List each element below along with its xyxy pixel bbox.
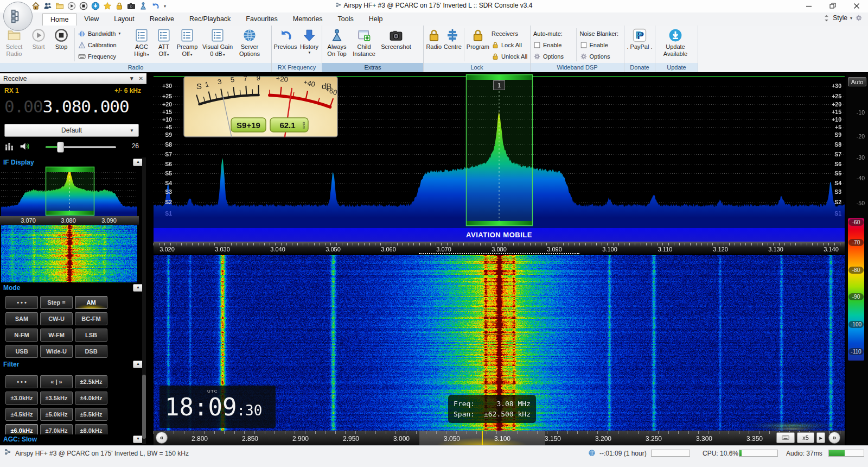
filter-button-2.5khz[interactable]: ±2.5kHz (75, 375, 107, 388)
mode-button-step[interactable]: Step ≡ (40, 296, 73, 309)
noise-blanker-options-button[interactable]: Options (579, 51, 622, 62)
zoom-button[interactable]: x5 (797, 432, 814, 443)
play-icon[interactable] (67, 2, 76, 10)
frequency-display[interactable]: RX 1 +/- 6 kHz 0.003.080.000 (0, 85, 146, 123)
waterfall-palette-bar[interactable]: -60-70-80-90-100-110 (848, 218, 864, 361)
gear-icon[interactable] (855, 14, 863, 22)
filter-button-3.0khz[interactable]: ±3.0kHz (5, 392, 38, 405)
menu-tab-memories[interactable]: Memories (285, 13, 330, 25)
if-spectrum[interactable] (1, 166, 137, 216)
if-waterfall[interactable] (1, 225, 137, 282)
server-options-button[interactable]: ServerOptions (235, 27, 264, 63)
automute-options-button[interactable]: Options (532, 51, 574, 62)
filter-button-4.5khz[interactable]: ±4.5kHz (5, 408, 38, 421)
noise-blanker-enable-checkbox[interactable]: Enable (579, 40, 622, 51)
mixer-icon[interactable] (4, 141, 15, 154)
frequency-button[interactable]: Frequency (77, 51, 129, 62)
update-available-button[interactable]: UpdateAvailable (657, 27, 694, 63)
automute-enable-checkbox[interactable]: Enable (532, 40, 574, 51)
mode-button-cwu[interactable]: CW-U (40, 312, 73, 325)
close-button[interactable] (848, 1, 865, 11)
menu-tab-view[interactable]: View (76, 13, 106, 25)
preamp-button[interactable]: PreampOff▾ (175, 27, 200, 63)
auto-range-button[interactable]: Auto (848, 77, 866, 86)
minimize-button[interactable] (801, 1, 817, 11)
menu-tab-favourites[interactable]: Favourites (238, 13, 285, 25)
lock-all-button[interactable]: Lock All (490, 40, 528, 51)
lock-icon[interactable] (115, 2, 124, 10)
band-plan-bar[interactable]: AVIATION MOBILE (154, 228, 845, 242)
menu-tab-tools[interactable]: Tools (330, 13, 361, 25)
mode-header[interactable]: Mode ▲ (0, 283, 146, 293)
lock-centre-button[interactable]: Centre (444, 27, 462, 63)
mode-button-wideu[interactable]: Wide-U (40, 345, 73, 358)
frequency-navigator[interactable]: 2.8002.8502.9002.9503.0003.0503.1003.150… (154, 431, 845, 445)
scroll-right-button[interactable]: » (828, 432, 840, 444)
style-dropdown-caret[interactable]: ▾ (850, 16, 852, 21)
filter-button-[interactable]: • • • (5, 375, 38, 388)
agc-header[interactable]: AGC: Slow ▼ (0, 434, 146, 444)
users-icon[interactable] (43, 2, 52, 10)
style-label[interactable]: Style (833, 14, 847, 22)
mode-button-sam[interactable]: SAM (5, 312, 38, 325)
unlock-all-button[interactable]: Unlock All (490, 51, 528, 62)
record-icon[interactable] (79, 2, 88, 10)
volume-slider-thumb[interactable] (57, 142, 64, 153)
qat-overflow-caret[interactable]: ▾ (164, 4, 166, 9)
scrollbar-thumb[interactable] (142, 375, 146, 439)
scroll-left-button[interactable]: « (156, 432, 168, 444)
mode-button-usb[interactable]: USB (5, 345, 38, 358)
filter-header[interactable]: Filter ▲ (0, 359, 146, 369)
calibration-button[interactable]: Calibration (77, 40, 129, 51)
menu-tab-layout[interactable]: Layout (106, 13, 142, 25)
download-icon[interactable] (91, 2, 100, 10)
screenshot-button[interactable]: Screenshot (378, 27, 414, 63)
mode-button-bcfm[interactable]: BC-FM (75, 312, 107, 325)
main-frequency-axis[interactable]: 3.0203.0303.0403.0503.0603.0703.0803.090… (154, 242, 845, 254)
agc-button[interactable]: AGCHigh▾ (130, 27, 153, 63)
receive-panel-header[interactable]: Receive ▼ ✕ (0, 73, 146, 84)
filter-button-5.5khz[interactable]: ±5.5kHz (75, 408, 107, 421)
lock-radio-button[interactable]: Radio (425, 27, 443, 63)
mode-button-lsb[interactable]: LSB (75, 329, 107, 342)
remote-icon[interactable] (139, 2, 148, 10)
filter-button-4.0khz[interactable]: ±4.0kHz (75, 392, 107, 405)
home-icon[interactable] (31, 2, 40, 10)
history-button[interactable]: History▾ (298, 27, 320, 63)
style-switch-icon[interactable] (823, 15, 830, 22)
mode-button-dsb[interactable]: DSB (75, 345, 107, 358)
menu-tab-rec-playback[interactable]: Rec/Playback (182, 13, 238, 25)
child-instance-button[interactable]: ChildInstance (351, 27, 377, 63)
menu-tab-help[interactable]: Help (361, 13, 391, 25)
filter-button-[interactable]: « | » (40, 375, 73, 388)
previous-button[interactable]: Previous (273, 27, 297, 63)
undo-icon[interactable] (151, 2, 159, 10)
stop-button[interactable]: Stop (50, 27, 72, 63)
att-button[interactable]: ATTOff▾ (154, 27, 174, 63)
left-panel-scrollbar[interactable] (142, 157, 146, 444)
paypal-button[interactable]: PP. PayPal . (626, 27, 653, 63)
application-menu-button[interactable] (3, 2, 33, 31)
mode-button-am[interactable]: AM (75, 296, 107, 309)
mode-button-wfm[interactable]: W-FM (40, 329, 73, 342)
start-button[interactable]: Start (28, 27, 49, 63)
speaker-icon[interactable] (20, 141, 30, 154)
lock-program-button[interactable]: Program (467, 27, 489, 63)
menu-tab-home[interactable]: Home (42, 13, 76, 26)
filter-button-3.5khz[interactable]: ±3.5kHz (40, 392, 73, 405)
visual-gain-button[interactable]: Visual Gain0 dB▾ (201, 27, 234, 63)
open-folder-icon[interactable] (55, 2, 64, 10)
screenshot-icon[interactable] (127, 2, 136, 10)
panel-close-icon[interactable]: ✕ (139, 75, 143, 81)
mode-button-nfm[interactable]: N-FM (5, 329, 38, 342)
restore-button[interactable] (825, 1, 841, 11)
mode-button-[interactable]: • • • (5, 296, 38, 309)
bandwidth-button[interactable]: Bandwidth▾ (77, 28, 129, 39)
favourite-icon[interactable] (103, 2, 112, 10)
profile-dropdown[interactable]: Default▼ (4, 124, 139, 137)
menu-tab-receive[interactable]: Receive (142, 13, 182, 25)
filter-button-5.0khz[interactable]: ±5.0kHz (40, 408, 73, 421)
keyboard-entry-button[interactable] (776, 432, 795, 443)
zoom-menu-button[interactable]: ▸ (816, 432, 825, 443)
select-radio-button[interactable]: SelectRadio (2, 27, 27, 63)
